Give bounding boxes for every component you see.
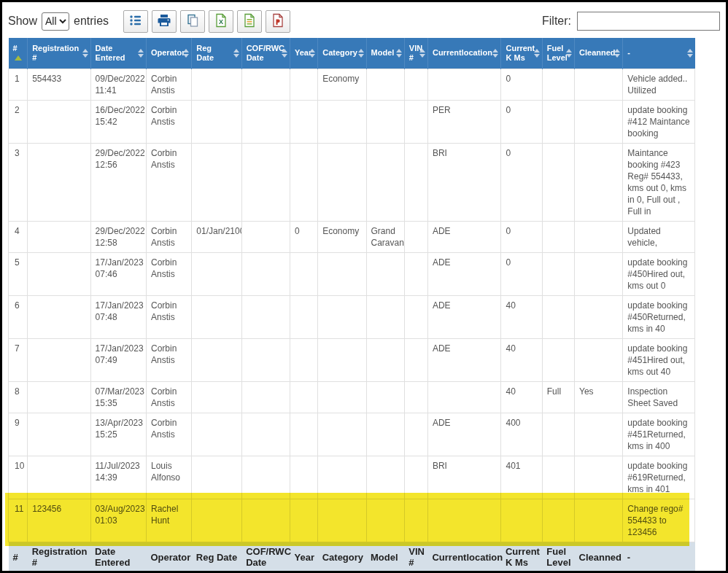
table-cell	[28, 295, 90, 338]
table-row: 913/Apr/2023 15:25Corbin AnstisADE400upd…	[9, 413, 695, 456]
table-row: 717/Jan/2023 07:49Corbin AnstisADE40upda…	[9, 338, 695, 381]
csv-button[interactable]	[237, 10, 262, 33]
column-header-operator[interactable]: Operator	[146, 38, 191, 69]
table-cell	[542, 221, 574, 252]
footer-header-registration: Registration #	[28, 542, 90, 572]
pdf-button[interactable]	[266, 10, 290, 33]
table-cell	[575, 338, 623, 381]
table-cell	[366, 413, 404, 456]
table-cell	[318, 499, 366, 542]
csv-file-icon	[242, 13, 257, 30]
column-header-model[interactable]: Model	[366, 38, 404, 69]
column-header-current-k-ms[interactable]: Current K Ms	[501, 38, 542, 69]
table-cell: 07/Mar/2023 15:35	[90, 381, 146, 413]
table-cell	[366, 295, 404, 338]
table-cell	[290, 413, 318, 456]
table-cell: 09/Dec/2022 11:41	[90, 69, 146, 100]
table-cell	[28, 252, 90, 295]
sort-both-icon	[358, 49, 364, 58]
table-cell: PER	[427, 100, 501, 143]
table-cell	[404, 499, 427, 542]
column-header-label: Current K Ms	[506, 44, 535, 62]
copy-button[interactable]	[180, 10, 205, 33]
header-row: #Registration #Date EnteredOperatorReg D…	[9, 38, 695, 69]
table-cell	[318, 413, 366, 456]
table-cell: Grand Caravan	[366, 221, 404, 252]
column-header-vin[interactable]: VIN #	[404, 38, 427, 69]
table-cell: update booking #619Returned, kms in 401	[623, 456, 695, 499]
sort-both-icon	[687, 49, 693, 58]
table-cell: ADE	[427, 413, 501, 456]
table-cell: 1	[9, 69, 28, 100]
table-cell: Corbin Anstis	[146, 252, 191, 295]
filter-input[interactable]	[577, 12, 720, 31]
table-cell	[318, 456, 366, 499]
table-cell	[427, 499, 501, 542]
table-cell	[404, 338, 427, 381]
table-cell	[192, 69, 241, 100]
column-header-registration[interactable]: Registration #	[28, 38, 90, 69]
column-header-cleanned[interactable]: Cleanned	[575, 38, 623, 69]
column-header-dash[interactable]: -	[623, 38, 695, 69]
table-cell: Corbin Anstis	[146, 100, 191, 143]
column-header-category[interactable]: Category	[318, 38, 366, 69]
table-cell: ADE	[427, 252, 501, 295]
table-cell: Maintance booking #423 Reg# 554433, kms …	[623, 143, 695, 221]
table-cell	[318, 252, 366, 295]
column-header-cof-rwc-date[interactable]: COF/RWC Date	[241, 38, 290, 69]
column-header-fuel-level[interactable]: Fuel Level	[542, 38, 574, 69]
column-header-label: COF/RWC Date	[247, 44, 284, 62]
sort-both-icon	[614, 49, 620, 58]
table-toolbar: Show All entries	[8, 8, 720, 34]
table-cell	[366, 143, 404, 221]
table-cell: Corbin Anstis	[146, 381, 191, 413]
table-cell	[241, 221, 290, 252]
footer-header-cleanned: Cleanned	[575, 542, 623, 572]
table-cell: 400	[501, 413, 542, 456]
table-cell: 10	[9, 456, 28, 499]
column-header-label: Operator	[151, 48, 185, 57]
table-cell	[366, 252, 404, 295]
table-cell	[290, 143, 318, 221]
table-cell	[241, 295, 290, 338]
table-cell	[501, 499, 542, 542]
table-cell: 6	[9, 295, 28, 338]
column-header-currentlocation[interactable]: Currentlocation	[427, 38, 501, 69]
footer-header-cof-rwc-date: COF/RWC Date	[241, 542, 290, 572]
entries-select[interactable]: All	[42, 12, 69, 31]
footer-header-dash: #	[9, 542, 28, 572]
table-cell	[290, 295, 318, 338]
column-header-reg-date[interactable]: Reg Date	[192, 38, 241, 69]
table-cell: 0	[501, 221, 542, 252]
column-header-dash[interactable]: #	[9, 38, 28, 69]
table-body: 155443309/Dec/2022 11:41Corbin AnstisEco…	[9, 69, 695, 542]
column-visibility-button[interactable]	[123, 10, 148, 33]
table-cell: Change rego# 554433 to 123456	[623, 499, 695, 542]
table-cell	[318, 100, 366, 143]
table-cell: Full	[542, 381, 574, 413]
table-cell: Louis Alfonso	[146, 456, 191, 499]
table-cell: 0	[501, 252, 542, 295]
sort-both-icon	[282, 49, 287, 58]
table-cell: Yes	[575, 381, 623, 413]
table-cell: 40	[501, 381, 542, 413]
table-cell: 0	[501, 143, 542, 221]
table-cell: Updated vehicle,	[623, 221, 695, 252]
print-button[interactable]	[152, 10, 177, 33]
sort-both-icon	[233, 49, 239, 58]
table-cell	[192, 381, 241, 413]
table-cell	[192, 100, 241, 143]
table-cell	[542, 69, 574, 100]
table-cell: 0	[501, 69, 542, 100]
column-header-date-entered[interactable]: Date Entered	[90, 38, 146, 69]
table-cell: update booking #412 Maintance booking	[623, 100, 695, 143]
excel-button[interactable]: X	[209, 10, 233, 33]
table-cell	[542, 143, 574, 221]
table-cell	[575, 100, 623, 143]
column-header-year[interactable]: Year	[290, 38, 318, 69]
table-cell	[427, 69, 501, 100]
footer-header-currentlocation: Currentlocation	[427, 542, 501, 572]
table-cell: Economy	[318, 221, 366, 252]
table-cell	[192, 456, 241, 499]
excel-file-icon: X	[214, 13, 228, 30]
